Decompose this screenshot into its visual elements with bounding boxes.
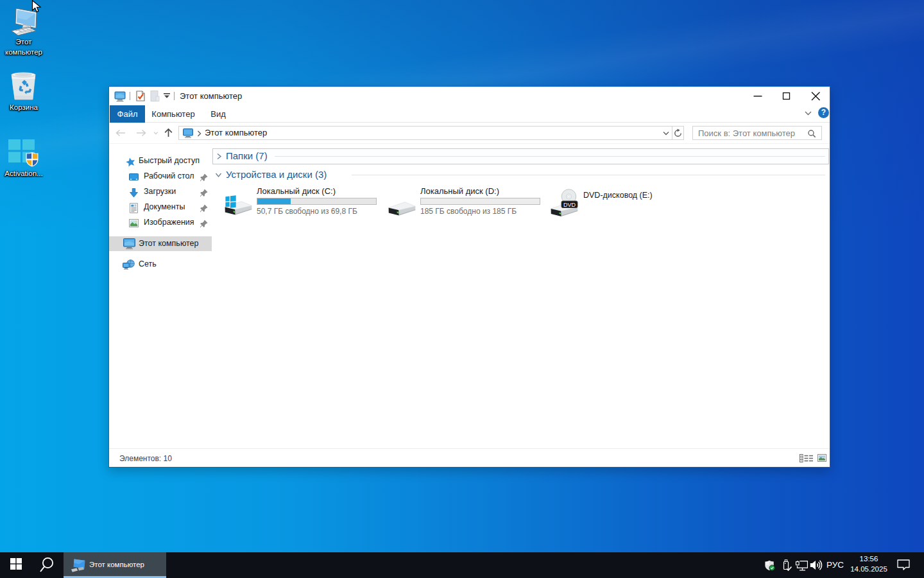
svg-text:DVD: DVD [563,202,576,208]
